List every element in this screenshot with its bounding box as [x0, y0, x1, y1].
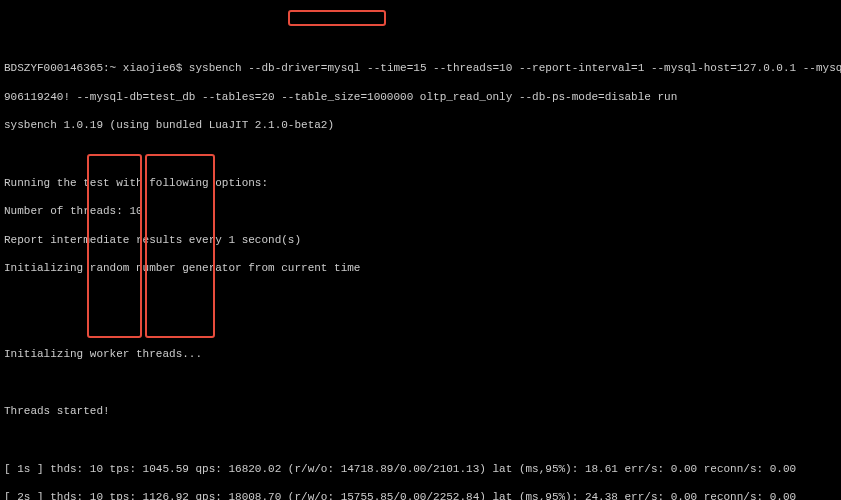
cmd-continuation: 906119240! --mysql-db=test_db --tables=2…	[4, 90, 837, 104]
interval-row: [ 1s ] thds: 10 tps: 1045.59 qps: 16820.…	[4, 462, 837, 476]
blank-line	[4, 147, 837, 161]
interval-row: [ 2s ] thds: 10 tps: 1126.92 qps: 18008.…	[4, 490, 837, 500]
blank-line	[4, 290, 837, 304]
options-header: Running the test with following options:	[4, 176, 837, 190]
annotation-box-oltp-read-only	[288, 10, 386, 26]
blank-line	[4, 319, 837, 333]
init-workers: Initializing worker threads...	[4, 347, 837, 361]
threads-started: Threads started!	[4, 404, 837, 418]
opt-init: Initializing random number generator fro…	[4, 261, 837, 275]
shell-prompt: BDSZYF000146365:~ xiaojie6$	[4, 62, 182, 74]
blank-line	[4, 376, 837, 390]
opt-threads: Number of threads: 10	[4, 204, 837, 218]
sysbench-version: sysbench 1.0.19 (using bundled LuaJIT 2.…	[4, 118, 837, 132]
opt-report: Report intermediate results every 1 seco…	[4, 233, 837, 247]
cmd-part-1: sysbench --db-driver=mysql --time=15 --t…	[189, 62, 841, 74]
blank-line	[4, 433, 837, 447]
terminal-prompt-line[interactable]: BDSZYF000146365:~ xiaojie6$ sysbench --d…	[4, 61, 837, 75]
